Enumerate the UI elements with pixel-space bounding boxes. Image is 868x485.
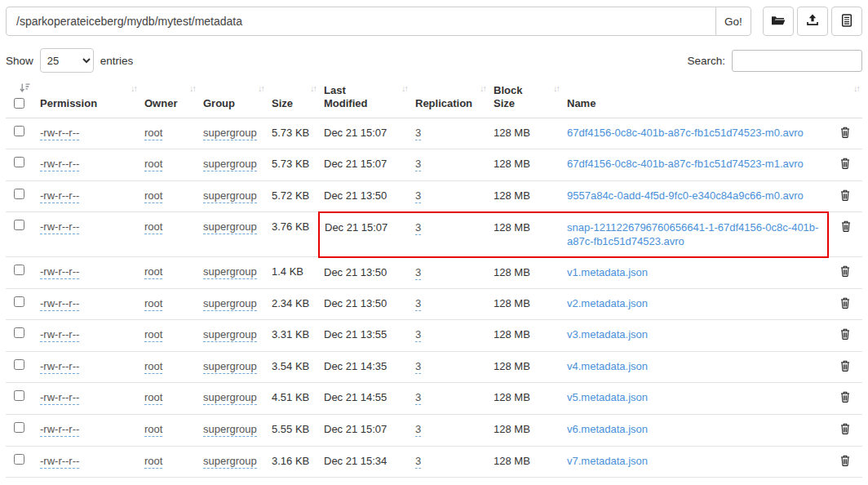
search-input[interactable] [732,50,862,72]
file-link[interactable]: v4.metadata.json [567,360,648,372]
select-all-checkbox[interactable] [14,98,24,109]
owner-value[interactable]: root [144,189,162,203]
permission-value[interactable]: -rw-r--r-- [40,127,79,140]
trash-icon[interactable] [840,360,850,374]
row-checkbox[interactable] [14,454,24,465]
replication-value[interactable]: 3 [415,266,421,280]
file-link[interactable]: v1.metadata.json [567,266,648,278]
group-value[interactable]: supergroup [203,220,257,234]
file-link[interactable]: v5.metadata.json [567,391,648,403]
upload-file-button[interactable] [797,7,828,36]
page-size-select[interactable]: 25 [40,48,94,73]
owner-value[interactable]: root [144,265,162,279]
file-link[interactable]: snap-1211226796760656641-1-67df4156-0c8c… [567,221,818,248]
replication-value[interactable]: 3 [415,189,421,203]
sort-icon[interactable]: ↓↑ [310,84,316,93]
trash-icon[interactable] [840,455,850,469]
sort-icon[interactable]: ↓↑ [131,84,136,93]
column-header-block[interactable]: Block Size↓↑ [489,80,562,118]
permission-value[interactable]: -rw-r--r-- [40,328,79,342]
owner-value[interactable]: root [144,360,162,374]
group-value[interactable]: supergroup [203,455,257,469]
permission-value[interactable]: -rw-r--r-- [40,391,79,405]
row-checkbox[interactable] [14,265,24,275]
row-checkbox[interactable] [14,359,24,370]
owner-value[interactable]: root [144,423,162,437]
owner-value[interactable]: root [144,127,162,140]
permission-value[interactable]: -rw-r--r-- [40,455,79,469]
replication-value[interactable]: 3 [415,328,421,342]
group-value[interactable]: supergroup [203,158,257,171]
column-header-permission[interactable]: Permission↓↑ [35,80,140,118]
path-input[interactable] [6,7,716,36]
file-link[interactable]: 9557a84c-0add-4f5d-9fc0-e340c84a9c66-m0.… [567,189,804,202]
replication-value[interactable]: 3 [415,360,421,374]
column-header-size[interactable]: Size↓↑ [267,80,319,118]
group-value[interactable]: supergroup [203,423,257,437]
sort-active-icon[interactable] [20,83,30,95]
trash-icon[interactable] [840,265,850,279]
owner-value[interactable]: root [144,455,162,469]
file-link[interactable]: 67df4156-0c8c-401b-a87c-fb1c51d74523-m1.… [567,158,804,170]
replication-value[interactable]: 3 [415,455,421,469]
create-directory-button[interactable] [763,7,794,36]
replication-value[interactable]: 3 [415,127,421,140]
permission-value[interactable]: -rw-r--r-- [40,220,79,234]
replication-value[interactable]: 3 [415,391,421,405]
column-header-name[interactable]: Name↓↑ [562,80,862,118]
permission-value[interactable]: -rw-r--r-- [40,297,79,311]
trash-icon[interactable] [840,328,850,342]
group-value[interactable]: supergroup [203,391,257,405]
cut-paste-button[interactable] [831,7,862,36]
column-header-owner[interactable]: Owner↓↑ [140,80,198,118]
row-checkbox[interactable] [14,422,24,433]
group-value[interactable]: supergroup [203,127,257,140]
row-checkbox[interactable] [14,327,24,338]
file-link[interactable]: 67df4156-0c8c-401b-a87c-fb1c51d74523-m0.… [567,127,804,139]
row-checkbox[interactable] [14,220,24,230]
permission-value[interactable]: -rw-r--r-- [40,158,79,171]
replication-value[interactable]: 3 [415,423,421,437]
sort-icon[interactable]: ↓↑ [258,84,264,93]
file-link[interactable]: v3.metadata.json [567,328,648,340]
owner-value[interactable]: root [144,220,162,234]
owner-value[interactable]: root [144,328,162,342]
sort-icon[interactable]: ↓↑ [853,84,859,93]
file-link[interactable]: v2.metadata.json [567,297,648,309]
file-link[interactable]: v7.metadata.json [567,455,648,467]
column-header-modified[interactable]: Last Modified↓↑ [319,80,410,118]
sort-icon[interactable]: ↓↑ [553,84,559,93]
select-all-header[interactable] [6,80,35,118]
group-value[interactable]: supergroup [203,360,257,374]
group-value[interactable]: supergroup [203,265,257,279]
row-checkbox[interactable] [14,390,24,401]
row-checkbox[interactable] [14,296,24,307]
replication-value[interactable]: 3 [415,158,421,171]
trash-icon[interactable] [840,158,850,171]
permission-value[interactable]: -rw-r--r-- [40,189,79,203]
row-checkbox[interactable] [14,126,24,136]
permission-value[interactable]: -rw-r--r-- [40,360,79,374]
trash-icon[interactable] [840,391,850,405]
permission-value[interactable]: -rw-r--r-- [40,265,79,279]
sort-icon[interactable]: ↓↑ [480,84,485,93]
column-header-replication[interactable]: Replication↓↑ [410,80,489,118]
group-value[interactable]: supergroup [203,328,257,342]
trash-icon[interactable] [840,423,850,437]
sort-icon[interactable]: ↓↑ [189,84,195,93]
trash-icon[interactable] [840,127,850,140]
replication-value[interactable]: 3 [415,297,421,311]
group-value[interactable]: supergroup [203,297,257,311]
group-value[interactable]: supergroup [203,189,257,203]
row-checkbox[interactable] [14,157,24,167]
column-header-group[interactable]: Group↓↑ [198,80,267,118]
sort-icon[interactable]: ↓↑ [401,84,407,93]
go-button[interactable]: Go! [715,7,751,36]
trash-icon[interactable] [840,297,850,311]
trash-icon[interactable] [841,220,851,234]
replication-value[interactable]: 3 [415,221,421,235]
owner-value[interactable]: root [144,391,162,405]
owner-value[interactable]: root [144,158,162,171]
trash-icon[interactable] [840,189,850,203]
permission-value[interactable]: -rw-r--r-- [40,423,79,437]
